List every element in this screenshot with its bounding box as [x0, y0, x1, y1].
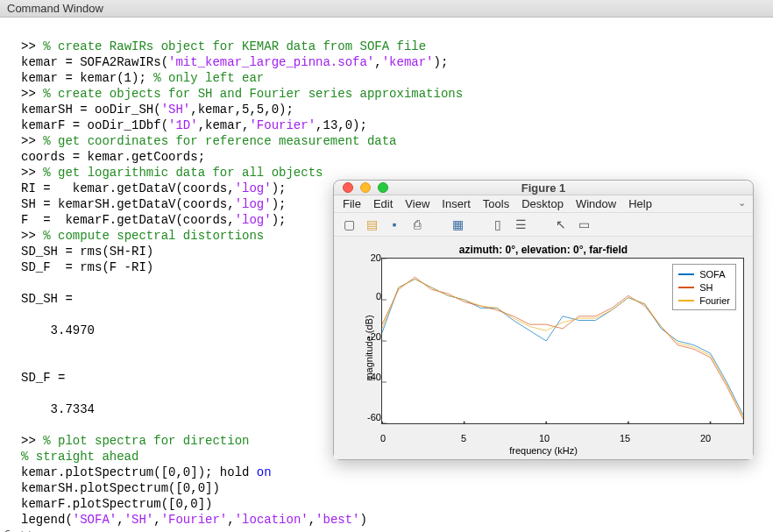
code-line: SD_SH = rms(SH-RI) — [21, 245, 153, 259]
menu-insert[interactable]: Insert — [442, 197, 471, 210]
legend-icon[interactable]: ☰ — [513, 216, 528, 232]
comment: % straight ahead — [21, 450, 138, 464]
new-figure-icon[interactable]: ▢ — [341, 216, 357, 232]
comment: % create RawIRs object for KEMAR data fr… — [43, 39, 426, 53]
window-controls — [343, 182, 388, 193]
prompt: >> — [21, 229, 36, 243]
code-line: kemarF = ooDir_1Dbf('1D',kemar,'Fourier'… — [21, 118, 367, 132]
comment: % create objects for SH and Fourier seri… — [43, 87, 463, 101]
legend-entry-sh: SH — [678, 280, 730, 294]
axes-box[interactable]: SOFA SH Fourier — [381, 258, 744, 424]
edit-plot-icon[interactable]: ↖ — [553, 216, 569, 232]
y-tick: -40 — [355, 372, 381, 382]
menu-view[interactable]: View — [405, 197, 429, 210]
x-tick: 10 — [539, 433, 550, 443]
code-line: kemar = kemar(1); % only left ear — [21, 71, 264, 85]
print-icon[interactable]: ⎙ — [409, 216, 425, 232]
comment: % get logarithmic data for all objects — [43, 166, 323, 180]
y-tick: 0 — [355, 291, 381, 301]
y-tick: -20 — [355, 331, 381, 342]
menu-edit[interactable]: Edit — [373, 197, 393, 210]
zoom-icon[interactable] — [378, 182, 388, 193]
prompt: >> — [21, 134, 36, 148]
x-tick: 0 — [380, 433, 386, 443]
close-icon[interactable] — [343, 182, 353, 193]
plot-title: azimuth: 0°, elevation: 0°, far-field — [343, 244, 744, 256]
y-tick: 20 — [355, 252, 381, 263]
comment: % compute spectral distortions — [43, 229, 264, 243]
figure-title: Figure 1 — [334, 181, 753, 195]
prompt: >> — [21, 434, 36, 448]
x-tick: 5 — [461, 433, 466, 443]
code-line: SH = kemarSH.getDataV(coords,'log'); — [21, 197, 286, 211]
legend-entry-sofa: SOFA — [678, 267, 730, 280]
legend[interactable]: SOFA SH Fourier — [672, 264, 736, 310]
code-line: kemarSH.plotSpectrum([0,0]) — [21, 481, 220, 495]
legend-swatch — [678, 273, 694, 275]
code-line: coords = kemar.getCoords; — [21, 150, 205, 164]
open-property-icon[interactable]: ▭ — [576, 216, 592, 232]
link-plot-icon[interactable]: ▦ — [450, 216, 465, 232]
menu-window[interactable]: Window — [576, 197, 616, 210]
figure-toolbar: ▢ ▤ ▪ ⎙ ▦ ▯ ☰ ↖ ▭ — [334, 213, 753, 237]
code-line: SD_F = rms(F -RI) — [21, 260, 153, 274]
save-icon[interactable]: ▪ — [386, 216, 402, 232]
menu-desktop[interactable]: Desktop — [521, 197, 564, 210]
prompt: >> — [21, 166, 36, 180]
code-line: kemarSH = ooDir_SH('SH',kemar,5,5,0); — [21, 103, 294, 117]
menu-help[interactable]: Help — [628, 197, 652, 210]
minimize-icon[interactable] — [360, 182, 371, 193]
x-tick: 15 — [620, 433, 630, 443]
menu-overflow-icon[interactable]: ⌄ — [738, 197, 746, 209]
figure-titlebar[interactable]: Figure 1 — [334, 181, 753, 195]
open-icon[interactable]: ▤ — [364, 216, 379, 232]
output-var: SD_SH = — [21, 292, 73, 306]
window-title: Command Window — [7, 2, 103, 15]
figure-menubar: File Edit View Insert Tools Desktop Wind… — [334, 195, 753, 213]
x-axis-label: frequency (kHz) — [334, 445, 753, 456]
code-line: kemar.plotSpectrum([0,0]); hold on — [21, 465, 272, 479]
legend-entry-fourier: Fourier — [678, 294, 730, 307]
output-var: SD_F = — [21, 371, 65, 385]
prompt[interactable]: >> — [21, 528, 36, 532]
figure-window[interactable]: Figure 1 File Edit View Insert Tools Des… — [333, 180, 754, 460]
output-value: 3.7334 — [21, 402, 95, 416]
comment: % plot spectra for direction — [43, 434, 249, 448]
window-title-bar: Command Window — [0, 0, 773, 18]
plot-area: azimuth: 0°, elevation: 0°, far-field ma… — [334, 237, 753, 459]
colorbar-icon[interactable]: ▯ — [490, 216, 506, 232]
output-value: 3.4970 — [21, 323, 95, 337]
y-tick: -60 — [355, 412, 381, 422]
code-line: RI = kemar.getDataV(coords,'log'); — [21, 181, 286, 195]
code-line: kemarF.plotSpectrum([0,0]) — [21, 497, 212, 511]
code-line: legend('SOFA','SH','Fourier','location',… — [21, 513, 367, 527]
prompt: >> — [21, 39, 36, 53]
code-line: kemar = SOFA2RawIRs('mit_kemar_large_pin… — [21, 55, 448, 69]
legend-swatch — [678, 287, 694, 288]
menu-tools[interactable]: Tools — [483, 197, 509, 210]
fx-indicator: fx — [3, 528, 17, 532]
prompt: >> — [21, 87, 36, 101]
code-line: F = kemarF.getDataV(coords,'log'); — [21, 213, 286, 227]
comment: % get coordinates for reference measurem… — [43, 134, 396, 148]
menu-file[interactable]: File — [343, 197, 361, 210]
legend-swatch — [678, 300, 694, 301]
x-tick: 20 — [700, 433, 711, 443]
